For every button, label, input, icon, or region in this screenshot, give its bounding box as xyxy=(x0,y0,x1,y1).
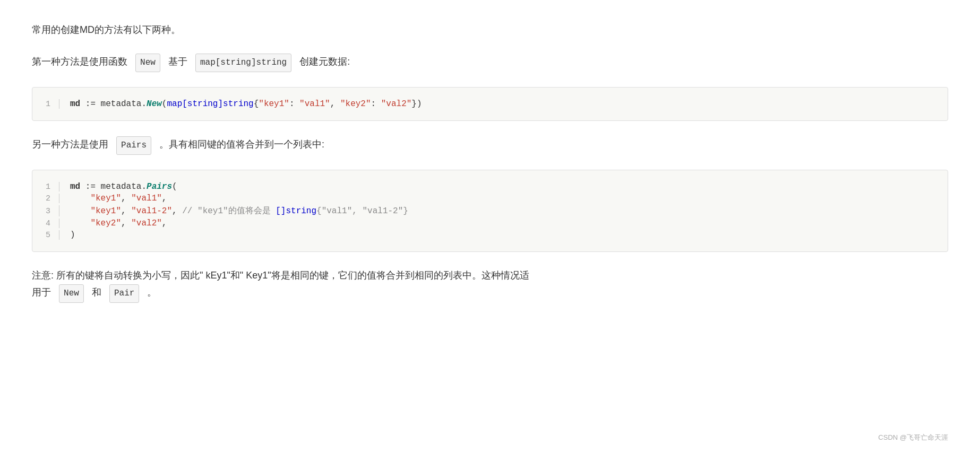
section3-paragraph: 注意: 所有的键将自动转换为小写，因此" kEy1"和" Key1"将是相同的键… xyxy=(32,267,948,303)
line-sep-2-3 xyxy=(59,205,59,216)
line-cont-2-1: md := metadata.Pairs( xyxy=(70,182,948,191)
line-sep-2-2 xyxy=(59,194,59,203)
line-cont-2-3: "key1", "val1-2", // "key1"的值将会是 []strin… xyxy=(70,205,948,216)
code-line-2-5: 5 ) xyxy=(32,229,948,241)
code-block-2: 1 md := metadata.Pairs( 2 "key1", "val1"… xyxy=(32,170,948,252)
line-cont-2-4: "key2", "val2", xyxy=(70,219,948,228)
section3-middle: 和 xyxy=(92,287,101,298)
section1-prefix: 第一种方法是使用函数 xyxy=(32,56,127,67)
section3-keyword1: New xyxy=(59,284,84,303)
line-sep-2-5 xyxy=(59,230,59,240)
line-sep-2-4 xyxy=(59,219,59,228)
line-separator-1 xyxy=(59,99,59,109)
section1-keyword2: map[string]string xyxy=(195,54,291,72)
section3-suffix: 。 xyxy=(147,287,157,298)
section3-text: 注意: 所有的键将自动转换为小写，因此" kEy1"和" Key1"将是相同的键… xyxy=(32,270,529,281)
section2-keyword: Pairs xyxy=(116,136,151,155)
line-num-2-2: 2 xyxy=(32,194,59,203)
line-num-2-3: 3 xyxy=(32,207,59,216)
line-content-1: md := metadata.New(map[string]string{"ke… xyxy=(70,99,948,109)
section2-suffix: 。具有相同键的值将合并到一个列表中: xyxy=(159,139,324,150)
line-num-2-4: 4 xyxy=(32,219,59,228)
line-num-2-1: 1 xyxy=(32,182,59,191)
section2-paragraph: 另一种方法是使用 Pairs 。具有相同键的值将合并到一个列表中: xyxy=(32,136,948,155)
section1-keyword1: New xyxy=(135,54,160,72)
section1-paragraph: 第一种方法是使用函数 New 基于 map[string]string 创建元数… xyxy=(32,53,948,72)
line-sep-2-1 xyxy=(59,182,59,191)
line-num-2-5: 5 xyxy=(32,231,59,240)
section1-middle: 基于 xyxy=(168,56,187,67)
section2-prefix: 另一种方法是使用 xyxy=(32,139,108,150)
code-block-1: 1 md := metadata.New(map[string]string{"… xyxy=(32,87,948,121)
code-line-2-2: 2 "key1", "val1", xyxy=(32,193,948,204)
intro-paragraph: 常用的创建MD的方法有以下两种。 xyxy=(32,21,948,38)
code-line-1-1: 1 md := metadata.New(map[string]string{"… xyxy=(32,98,948,110)
line-number-1: 1 xyxy=(32,100,59,109)
line-cont-2-5: ) xyxy=(70,230,948,240)
code-line-2-4: 4 "key2", "val2", xyxy=(32,217,948,229)
credit-text: CSDN @飞哥亡命天涯 xyxy=(878,433,948,441)
intro-text: 常用的创建MD的方法有以下两种。 xyxy=(32,24,180,35)
section3-text2: 用于 xyxy=(32,287,51,298)
section3-keyword2: Pair xyxy=(109,284,139,303)
section1-suffix: 创建元数据: xyxy=(299,56,350,67)
code-line-2-1: 1 md := metadata.Pairs( xyxy=(32,181,948,193)
footer-credit: CSDN @飞哥亡命天涯 xyxy=(878,433,948,442)
line-cont-2-2: "key1", "val1", xyxy=(70,194,948,203)
code-line-2-3: 3 "key1", "val1-2", // "key1"的值将会是 []str… xyxy=(32,204,948,217)
